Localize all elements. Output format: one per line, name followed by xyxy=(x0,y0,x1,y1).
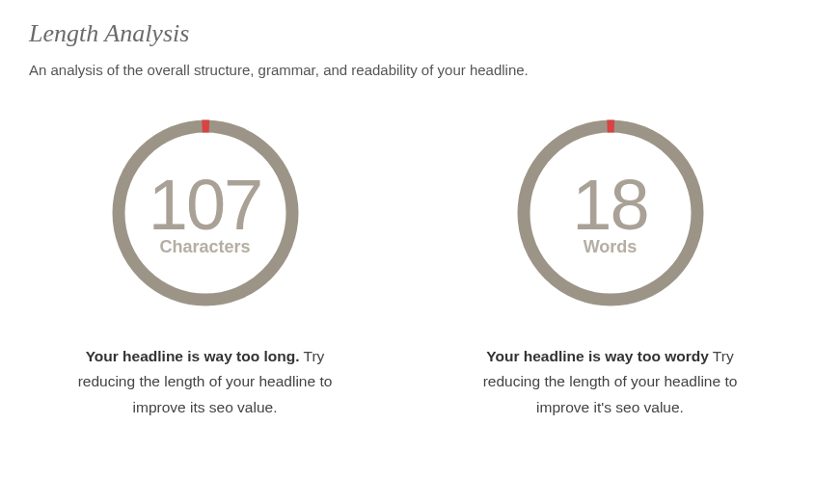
metrics-container: 107 Characters Your headline is way too … xyxy=(29,117,786,420)
gauge-words: 18 Words xyxy=(514,117,707,309)
metric-message-bold: Your headline is way too wordy xyxy=(486,348,709,364)
metric-message-bold: Your headline is way too long. xyxy=(86,348,300,364)
gauge-characters: 107 Characters xyxy=(109,117,302,309)
section-description: An analysis of the overall structure, gr… xyxy=(29,62,786,78)
gauge-value-words: 18 xyxy=(572,170,647,241)
gauge-label-characters: Characters xyxy=(159,237,250,257)
metric-message-characters: Your headline is way too long. Try reduc… xyxy=(66,344,345,420)
metric-message-words: Your headline is way too wordy Try reduc… xyxy=(471,344,750,420)
gauge-value-characters: 107 xyxy=(149,170,261,241)
gauge-label-words: Words xyxy=(584,237,638,257)
metric-card-words: 18 Words Your headline is way too wordy … xyxy=(466,117,755,420)
metric-card-characters: 107 Characters Your headline is way too … xyxy=(61,117,350,420)
section-title: Length Analysis xyxy=(29,19,786,48)
